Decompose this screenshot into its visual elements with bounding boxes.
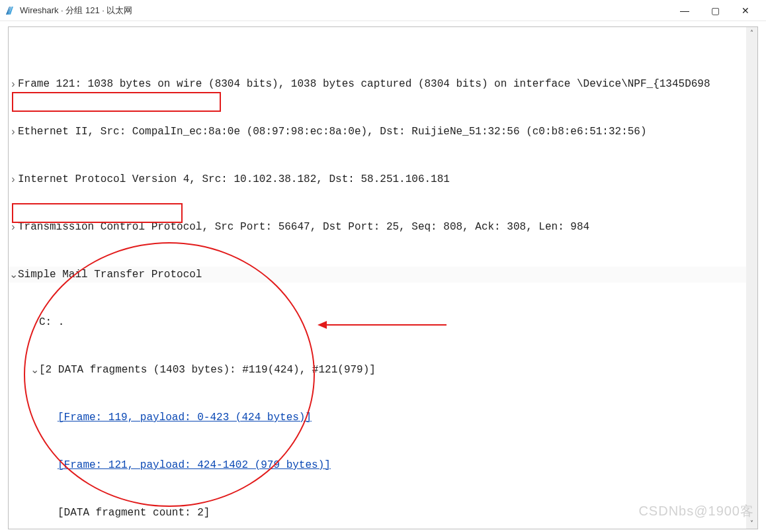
scroll-track[interactable] [746,38,757,517]
tree-item-ip[interactable]: Internet Protocol Version 4, Src: 10.102… [18,171,450,187]
collapse-icon[interactable]: ⌄ [9,267,18,283]
tree-item-tcp[interactable]: Transmission Control Protocol, Src Port:… [18,219,589,235]
maximize-button[interactable]: ▢ [700,0,730,21]
tree-item-frame-119[interactable]: [Frame: 119, payload: 0-423 (424 bytes)] [58,410,312,425]
window-title: Wireshark · 分组 121 · 以太网 [20,5,669,17]
expand-icon[interactable]: › [9,124,18,140]
tree-item-frame-121[interactable]: [Frame: 121, payload: 424-1402 (979 byte… [58,457,331,473]
close-button[interactable]: ✕ [730,0,761,21]
expand-icon[interactable]: › [9,219,18,235]
tree-item-fragments[interactable]: [2 DATA fragments (1403 bytes): #119(424… [39,362,376,378]
collapse-icon[interactable]: ⌄ [30,362,39,378]
packet-details-pane: ›Frame 121: 1038 bytes on wire (8304 bit… [8,26,758,529]
expand-icon[interactable]: › [9,76,18,92]
vertical-scrollbar[interactable]: ˄ ˅ [746,27,757,529]
watermark: CSDNbs@1900客 [638,502,754,520]
tree-item-c[interactable]: C: . [39,314,64,330]
title-bar: Wireshark · 分组 121 · 以太网 — ▢ ✕ [0,0,766,21]
tree-item-frame[interactable]: Frame 121: 1038 bytes on wire (8304 bits… [18,76,710,92]
minimize-button[interactable]: — [669,0,700,21]
tree-item-ethernet[interactable]: Ethernet II, Src: CompalIn_ec:8a:0e (08:… [18,124,647,140]
tree-item-smtp[interactable]: Simple Mail Transfer Protocol [18,267,202,283]
expand-icon[interactable]: › [9,171,18,187]
protocol-tree[interactable]: ›Frame 121: 1038 bytes on wire (8304 bit… [9,27,757,529]
wireshark-fin-icon [5,5,16,16]
tree-item-frag-count[interactable]: [DATA fragment count: 2] [58,505,210,521]
scroll-up-icon[interactable]: ˄ [746,27,757,38]
